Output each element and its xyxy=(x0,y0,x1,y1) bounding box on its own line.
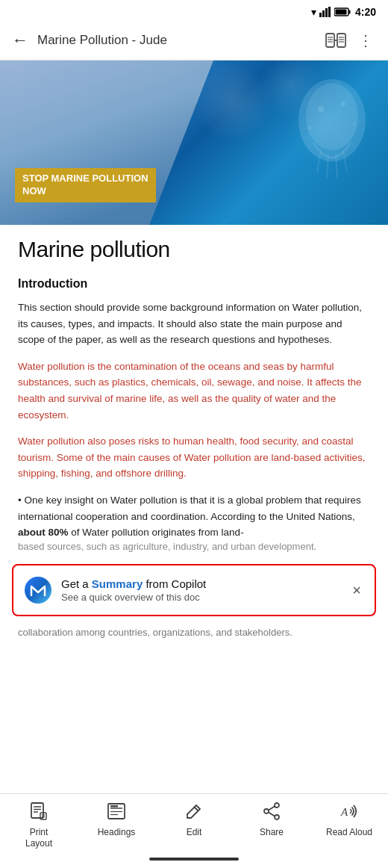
svg-rect-7 xyxy=(326,34,334,47)
toolbar-item-edit[interactable]: Edit xyxy=(164,802,224,837)
toolbar-item-share[interactable]: Share xyxy=(242,802,301,837)
status-icons: ▾ xyxy=(311,6,351,18)
svg-point-41 xyxy=(275,815,279,819)
battery-icon xyxy=(334,7,351,16)
copilot-title-prefix: Get a xyxy=(61,577,92,590)
time-display: 4:20 xyxy=(355,6,376,18)
copilot-banner-subtitle: See a quick overview of this doc xyxy=(61,592,340,603)
cutoff-text: based sources, such as agriculture, indu… xyxy=(0,541,388,557)
svg-line-39 xyxy=(195,807,198,811)
home-bar xyxy=(149,858,239,861)
headings-label: Headings xyxy=(98,827,136,837)
document-content: STOP MARINE POLLUTION NOW Marine polluti… xyxy=(0,61,388,793)
doc-text-area: Marine pollution Introduction This secti… xyxy=(0,225,388,541)
copilot-title-suffix: from Copilot xyxy=(143,577,206,590)
mixed-para-end: of Water pollution originates from land- xyxy=(69,527,244,538)
document-main-title: Marine pollution xyxy=(18,237,370,262)
mixed-para-start: • One key insight on Water pollution is … xyxy=(18,495,361,522)
svg-rect-3 xyxy=(328,7,331,17)
share-icon xyxy=(262,802,281,824)
copilot-logo xyxy=(24,576,52,604)
hero-text-box: STOP MARINE POLLUTION NOW xyxy=(15,168,156,202)
svg-point-21 xyxy=(353,123,356,125)
svg-rect-38 xyxy=(110,805,118,807)
status-bar: ▾ 4:20 xyxy=(0,0,388,21)
edit-label: Edit xyxy=(187,827,202,837)
svg-point-18 xyxy=(318,106,324,112)
svg-point-19 xyxy=(341,102,345,106)
hero-image: STOP MARINE POLLUTION NOW xyxy=(0,61,388,225)
print-layout-label: PrintLayout xyxy=(25,827,52,849)
svg-rect-2 xyxy=(325,8,328,17)
immersive-reader-button[interactable] xyxy=(325,32,346,49)
copilot-banner-text: Get a Summary from Copilot See a quick o… xyxy=(61,577,340,603)
mixed-para-bold: about 80% xyxy=(18,527,69,538)
svg-line-43 xyxy=(269,813,275,816)
copilot-close-button[interactable]: × xyxy=(349,580,364,601)
back-button[interactable]: ← xyxy=(12,31,28,50)
svg-point-42 xyxy=(264,809,269,813)
svg-rect-1 xyxy=(322,10,325,17)
svg-rect-6 xyxy=(335,10,346,15)
toolbar-item-print-layout[interactable]: PrintLayout xyxy=(9,802,69,849)
toolbar-item-headings[interactable]: Headings xyxy=(87,802,146,837)
edit-icon xyxy=(184,802,204,824)
read-aloud-icon: A xyxy=(340,802,359,824)
intro-body-paragraph: This section should provide some backgro… xyxy=(18,300,370,348)
copilot-banner: Get a Summary from Copilot See a quick o… xyxy=(12,564,376,616)
svg-point-40 xyxy=(275,803,279,807)
svg-point-20 xyxy=(308,126,312,130)
read-aloud-label: Read Aloud xyxy=(326,827,372,837)
section-introduction-heading: Introduction xyxy=(18,277,370,291)
signal-icon xyxy=(319,7,331,17)
bottom-toolbar: PrintLayout Headings Edit xyxy=(0,793,388,853)
headings-icon xyxy=(107,802,126,824)
share-label: Share xyxy=(260,827,284,837)
svg-point-17 xyxy=(306,83,358,150)
svg-point-26 xyxy=(25,577,51,604)
svg-rect-27 xyxy=(31,803,43,818)
red-paragraph-1: Water pollution is the contamination of … xyxy=(18,359,370,423)
top-nav: ← Marine Pollution - Jude ⋮ xyxy=(0,21,388,61)
svg-rect-0 xyxy=(319,13,322,17)
trailing-text: collaboration among countries, organizat… xyxy=(0,624,388,644)
toolbar-item-read-aloud[interactable]: A Read Aloud xyxy=(319,802,379,837)
hero-creature xyxy=(284,68,381,184)
more-options-button[interactable]: ⋮ xyxy=(355,28,376,52)
copilot-title-link[interactable]: Summary xyxy=(92,577,143,590)
wifi-icon: ▾ xyxy=(311,6,316,18)
svg-rect-5 xyxy=(348,10,350,14)
red-paragraph-2: Water pollution also poses risks to huma… xyxy=(18,433,370,482)
svg-text:A: A xyxy=(340,806,348,818)
svg-line-44 xyxy=(269,807,275,810)
document-title: Marine Pollution - Jude xyxy=(37,33,316,48)
copilot-banner-title: Get a Summary from Copilot xyxy=(61,577,340,590)
home-indicator xyxy=(0,853,388,868)
mixed-paragraph: • One key insight on Water pollution is … xyxy=(18,492,370,541)
svg-rect-8 xyxy=(337,34,345,47)
print-layout-icon xyxy=(29,802,48,824)
